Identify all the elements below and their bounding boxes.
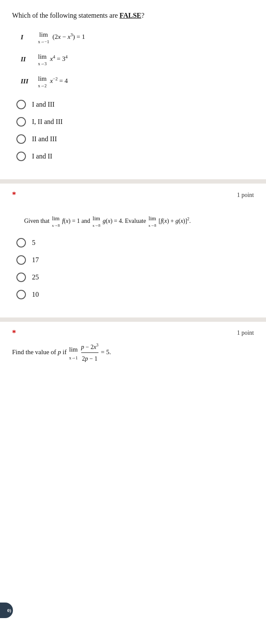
q1-options-list: I and III I, II and III II and III I and… — [16, 100, 254, 161]
q2-option-3-label: 25 — [32, 273, 39, 281]
q2-option-2[interactable]: 17 — [16, 255, 254, 265]
partial-circle-icon: 0) — [0, 603, 13, 618]
q1-radio-3[interactable] — [16, 134, 26, 144]
question-1-block: Which of the following statements are FA… — [0, 0, 266, 178]
statements-table: I lim x→−1 (2x − x3) = 1 II lim x→3 x4 =… — [21, 29, 254, 89]
q2-radio-1[interactable] — [16, 238, 26, 247]
q1-option-3-label: II and III — [32, 135, 57, 143]
q2-radio-4[interactable] — [16, 290, 26, 299]
q1-option-2-label: I, II and III — [32, 118, 63, 126]
statement-II-row: II lim x→3 x4 = 34 — [21, 51, 254, 67]
stmt-II-content: lim x→3 x4 = 34 — [38, 51, 67, 67]
statement-III-row: III lim x→2 x−2 = 4 — [21, 73, 254, 89]
q1-option-1-label: I and III — [32, 101, 54, 108]
partial-icon-text: 0) — [7, 608, 11, 613]
q2-option-4-label: 10 — [32, 291, 39, 298]
q1-option-3[interactable]: II and III — [16, 134, 254, 144]
q1-title-false: FALSE — [120, 12, 141, 19]
q1-option-2[interactable]: I, II and III — [16, 117, 254, 127]
q1-radio-4[interactable] — [16, 152, 26, 161]
q2-star: * — [12, 190, 16, 200]
statement-I-row: I lim x→−1 (2x − x3) = 1 — [21, 29, 254, 45]
section-divider-2 — [0, 317, 266, 322]
q3-star: * — [12, 329, 16, 338]
q2-option-1-label: 5 — [32, 239, 35, 247]
q2-option-2-label: 17 — [32, 256, 39, 264]
q2-meta-row: * 1 point — [0, 185, 266, 203]
q3-text-prefix: Find the value of p if — [12, 349, 68, 355]
q2-radio-3[interactable] — [16, 273, 26, 282]
q1-option-1[interactable]: I and III — [16, 100, 254, 109]
stmt-I-content: lim x→−1 (2x − x3) = 1 — [38, 29, 85, 45]
lim-notation-I: lim x→−1 — [38, 29, 49, 45]
q2-description: Given that lim x→8 f(x) = 1 and lim x→8 … — [12, 213, 254, 229]
q1-option-4-label: I and II — [32, 152, 52, 160]
stmt-III-content: lim x→2 x−2 = 4 — [38, 73, 68, 89]
q1-radio-1[interactable] — [16, 100, 26, 109]
q1-title-text: Which of the following statements are — [12, 12, 118, 19]
stmt-I-label: I — [21, 34, 38, 41]
q1-title: Which of the following statements are FA… — [12, 10, 254, 21]
q2-radio-2[interactable] — [16, 255, 26, 265]
stmt-II-label: II — [21, 56, 38, 63]
q3-description: Find the value of p if lim x→1 p − 2x3 2… — [12, 341, 254, 365]
q2-options-list: 5 17 25 10 — [16, 238, 254, 299]
q1-option-4[interactable]: I and II — [16, 152, 254, 161]
q2-option-4[interactable]: 10 — [16, 290, 254, 299]
q1-radio-2[interactable] — [16, 117, 26, 127]
q3-equals: = 5. — [101, 349, 111, 355]
stmt-III-label: III — [21, 78, 38, 85]
q3-fraction: p − 2x3 2p − 1 — [81, 341, 98, 365]
q2-given-prefix: Given that — [24, 218, 51, 224]
q2-option-1[interactable]: 5 — [16, 238, 254, 247]
q1-title-end: ? — [141, 12, 144, 19]
q3-meta-row: * 1 point — [0, 324, 266, 341]
q2-option-3[interactable]: 25 — [16, 273, 254, 282]
q3-points: 1 point — [237, 330, 254, 336]
section-divider-1 — [0, 179, 266, 184]
question-3-block: Find the value of p if lim x→1 p − 2x3 2… — [0, 341, 266, 381]
question-2-block: Given that lim x→8 f(x) = 1 and lim x→8 … — [0, 203, 266, 316]
q2-points: 1 point — [237, 192, 254, 199]
